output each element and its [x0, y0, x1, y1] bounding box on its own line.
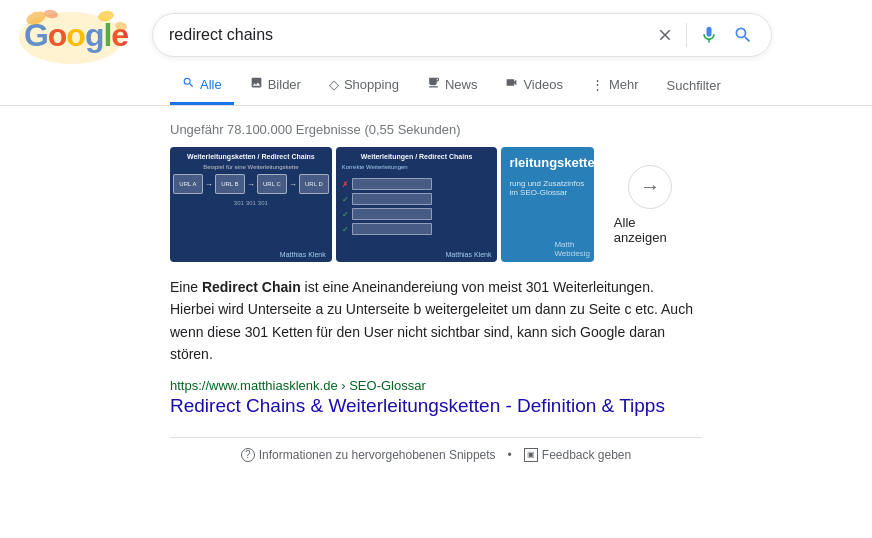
search-bar-wrapper: redirect chains	[152, 13, 772, 57]
result-title[interactable]: Redirect Chains & Weiterleitungsketten -…	[170, 395, 665, 416]
search-input[interactable]: redirect chains	[169, 26, 646, 44]
tab-videos[interactable]: Videos	[493, 66, 575, 105]
header: Google redirect chains	[0, 0, 872, 66]
snippet-text: Eine Redirect Chain ist eine Aneinandere…	[170, 276, 702, 366]
news-tab-icon	[427, 76, 440, 92]
tab-mehr[interactable]: ⋮ Mehr	[579, 67, 651, 105]
footer-info: ? Informationen zu hervorgehobenen Snipp…	[170, 437, 702, 472]
nav-tabs: Alle Bilder ◇ Shopping News Videos ⋮ Meh…	[0, 66, 872, 106]
shopping-tab-icon: ◇	[329, 77, 339, 92]
search-icon	[733, 25, 753, 45]
thumb3-sub: rung und Zusatzinfos im SEO-Glossar	[501, 179, 593, 197]
results-count: Ungefähr 78.100.000 Ergebnisse (0,55 Sek…	[170, 114, 702, 147]
google-logo[interactable]: Google	[24, 17, 128, 54]
images-strip: Weiterleitungsketten / Redirect Chains B…	[170, 147, 702, 262]
search-icons	[654, 23, 755, 47]
search-divider	[686, 23, 687, 47]
info-icon: ?	[241, 448, 255, 462]
svg-point-6	[36, 8, 40, 12]
thumb1-subtitle: Beispiel für eine Weiterleitungskette	[176, 164, 326, 170]
image-thumb-1[interactable]: Weiterleitungsketten / Redirect Chains B…	[170, 147, 332, 262]
google-search-button[interactable]	[731, 23, 755, 47]
feedback-link[interactable]: ▣ Feedback geben	[524, 448, 631, 462]
thumb3-title: rleitungskette	[501, 147, 593, 179]
tab-videos-label: Videos	[523, 77, 563, 92]
tab-bilder-label: Bilder	[268, 77, 301, 92]
image-thumb-3[interactable]: rleitungskette rung und Zusatzinfos im S…	[501, 147, 593, 262]
logo-area[interactable]: Google	[16, 10, 136, 60]
search-tab-icon	[182, 76, 195, 92]
thumb1-logo: Matthias Klenk	[280, 251, 326, 258]
thumb3-logo: MatthWebdesig	[554, 240, 589, 258]
snippet-bold: Redirect Chain	[202, 279, 301, 295]
search-bar[interactable]: redirect chains	[152, 13, 772, 57]
alle-anzeigen-label: Alle anzeigen	[614, 215, 686, 245]
image-thumb-2[interactable]: Weiterleitungen / Redirect Chains Korrek…	[336, 147, 498, 262]
tab-alle-label: Alle	[200, 77, 222, 92]
alle-anzeigen-arrow: →	[628, 165, 672, 209]
images-tab-icon	[250, 76, 263, 92]
results-area: Ungefähr 78.100.000 Ergebnisse (0,55 Sek…	[0, 106, 872, 472]
tab-mehr-label: Mehr	[609, 77, 639, 92]
thumb2-logo: Matthias Klenk	[446, 251, 492, 258]
clear-icon	[656, 26, 674, 44]
tab-alle[interactable]: Alle	[170, 66, 234, 105]
voice-search-button[interactable]	[697, 23, 721, 47]
videos-tab-icon	[505, 76, 518, 92]
tab-news-label: News	[445, 77, 478, 92]
mehr-tab-icon: ⋮	[591, 77, 604, 92]
tab-shopping-label: Shopping	[344, 77, 399, 92]
featured-snippets-info[interactable]: ? Informationen zu hervorgehobenen Snipp…	[241, 448, 496, 462]
tab-shopping[interactable]: ◇ Shopping	[317, 67, 411, 105]
clear-button[interactable]	[654, 24, 676, 46]
microphone-icon	[699, 25, 719, 45]
alle-anzeigen-button[interactable]: → Alle anzeigen	[598, 165, 702, 245]
suchfilter-button[interactable]: Suchfilter	[655, 68, 733, 103]
feedback-icon: ▣	[524, 448, 538, 462]
svg-point-5	[28, 10, 33, 15]
result-url: https://www.matthiasklenk.de › SEO-Gloss…	[170, 378, 702, 393]
thumb2-title: Weiterleitungen / Redirect Chains	[342, 153, 492, 160]
tab-bilder[interactable]: Bilder	[238, 66, 313, 105]
thumb1-title: Weiterleitungsketten / Redirect Chains	[176, 153, 326, 160]
tab-news[interactable]: News	[415, 66, 490, 105]
